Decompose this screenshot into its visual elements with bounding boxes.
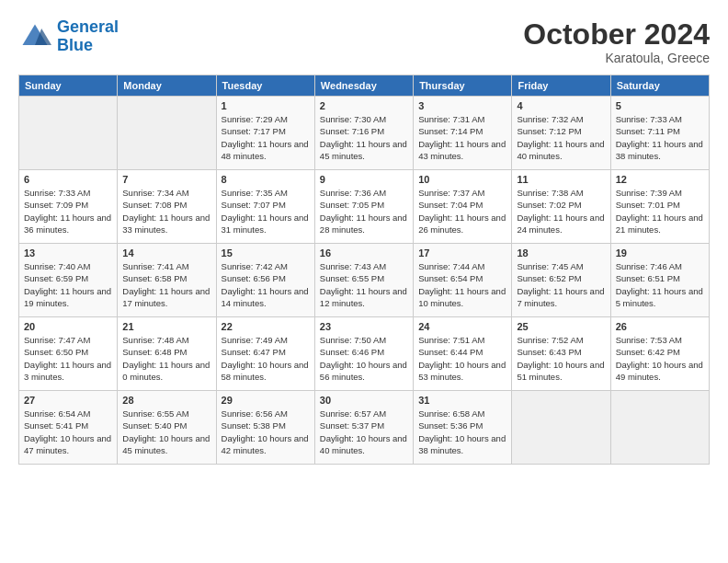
day-number: 5 xyxy=(616,100,704,111)
calendar-cell: 12Sunrise: 7:39 AMSunset: 7:01 PMDayligh… xyxy=(610,170,709,244)
day-number: 26 xyxy=(616,321,704,332)
day-info: Sunrise: 6:58 AMSunset: 5:36 PMDaylight:… xyxy=(418,408,506,456)
month-title: October 2024 xyxy=(523,18,710,51)
calendar-cell: 10Sunrise: 7:37 AMSunset: 7:04 PMDayligh… xyxy=(414,170,512,244)
calendar-cell: 8Sunrise: 7:35 AMSunset: 7:07 PMDaylight… xyxy=(216,170,314,244)
day-info: Sunrise: 6:54 AMSunset: 5:41 PMDaylight:… xyxy=(24,408,112,456)
day-number: 16 xyxy=(320,247,408,259)
day-info: Sunrise: 6:56 AMSunset: 5:38 PMDaylight:… xyxy=(222,408,310,456)
week-row-5: 27Sunrise: 6:54 AMSunset: 5:41 PMDayligh… xyxy=(19,391,710,465)
day-number: 12 xyxy=(616,174,704,185)
day-info: Sunrise: 7:32 AMSunset: 7:12 PMDaylight:… xyxy=(517,113,605,162)
calendar-cell: 16Sunrise: 7:43 AMSunset: 6:55 PMDayligh… xyxy=(314,244,413,317)
day-number: 4 xyxy=(517,100,605,111)
day-number: 15 xyxy=(222,247,310,259)
day-info: Sunrise: 7:30 AMSunset: 7:16 PMDaylight:… xyxy=(320,113,408,162)
day-info: Sunrise: 7:37 AMSunset: 7:04 PMDaylight:… xyxy=(418,187,506,236)
day-number: 25 xyxy=(517,321,605,332)
day-number: 20 xyxy=(24,321,112,332)
day-info: Sunrise: 7:43 AMSunset: 6:55 PMDaylight:… xyxy=(320,260,408,309)
day-number: 1 xyxy=(222,100,310,111)
calendar-cell: 24Sunrise: 7:51 AMSunset: 6:44 PMDayligh… xyxy=(414,317,512,391)
calendar-cell: 29Sunrise: 6:56 AMSunset: 5:38 PMDayligh… xyxy=(216,391,314,465)
calendar-cell: 1Sunrise: 7:29 AMSunset: 7:17 PMDaylight… xyxy=(216,97,314,170)
calendar-cell xyxy=(19,97,118,170)
calendar-cell: 5Sunrise: 7:33 AMSunset: 7:11 PMDaylight… xyxy=(610,97,709,170)
calendar-cell: 23Sunrise: 7:50 AMSunset: 6:46 PMDayligh… xyxy=(314,317,413,391)
calendar-cell: 26Sunrise: 7:53 AMSunset: 6:42 PMDayligh… xyxy=(610,317,709,391)
calendar-table: SundayMondayTuesdayWednesdayThursdayFrid… xyxy=(18,75,710,465)
logo-line2: Blue xyxy=(57,36,93,54)
logo-text: General Blue xyxy=(57,18,119,55)
day-info: Sunrise: 7:31 AMSunset: 7:14 PMDaylight:… xyxy=(418,113,506,162)
day-info: Sunrise: 7:38 AMSunset: 7:02 PMDaylight:… xyxy=(517,187,605,236)
day-info: Sunrise: 7:53 AMSunset: 6:42 PMDaylight:… xyxy=(616,334,704,383)
day-info: Sunrise: 7:48 AMSunset: 6:48 PMDaylight:… xyxy=(122,334,210,383)
weekday-header-saturday: Saturday xyxy=(610,75,709,97)
day-number: 3 xyxy=(418,100,506,111)
calendar-cell: 6Sunrise: 7:33 AMSunset: 7:09 PMDaylight… xyxy=(19,170,118,244)
calendar-cell: 13Sunrise: 7:40 AMSunset: 6:59 PMDayligh… xyxy=(19,244,118,317)
calendar-cell: 14Sunrise: 7:41 AMSunset: 6:58 PMDayligh… xyxy=(118,244,216,317)
page-header: General Blue October 2024 Karatoula, Gre… xyxy=(18,18,710,65)
day-info: Sunrise: 7:35 AMSunset: 7:07 PMDaylight:… xyxy=(222,187,310,236)
calendar-cell: 25Sunrise: 7:52 AMSunset: 6:43 PMDayligh… xyxy=(512,317,610,391)
calendar-cell: 21Sunrise: 7:48 AMSunset: 6:48 PMDayligh… xyxy=(118,317,216,391)
calendar-cell: 30Sunrise: 6:57 AMSunset: 5:37 PMDayligh… xyxy=(314,391,413,465)
calendar-cell xyxy=(610,391,709,465)
day-info: Sunrise: 6:57 AMSunset: 5:37 PMDaylight:… xyxy=(320,408,408,456)
day-number: 9 xyxy=(320,174,408,185)
calendar-cell xyxy=(118,97,216,170)
calendar-cell: 28Sunrise: 6:55 AMSunset: 5:40 PMDayligh… xyxy=(118,391,216,465)
day-info: Sunrise: 7:34 AMSunset: 7:08 PMDaylight:… xyxy=(122,187,210,236)
calendar-cell: 31Sunrise: 6:58 AMSunset: 5:36 PMDayligh… xyxy=(414,391,512,465)
calendar-cell xyxy=(512,391,610,465)
week-row-2: 6Sunrise: 7:33 AMSunset: 7:09 PMDaylight… xyxy=(19,170,710,244)
day-number: 14 xyxy=(122,247,210,259)
day-info: Sunrise: 7:36 AMSunset: 7:05 PMDaylight:… xyxy=(320,187,408,236)
day-info: Sunrise: 7:44 AMSunset: 6:54 PMDaylight:… xyxy=(418,260,506,309)
weekday-header-thursday: Thursday xyxy=(414,75,512,97)
calendar-cell: 22Sunrise: 7:49 AMSunset: 6:47 PMDayligh… xyxy=(216,317,314,391)
calendar-cell: 20Sunrise: 7:47 AMSunset: 6:50 PMDayligh… xyxy=(19,317,118,391)
day-info: Sunrise: 7:42 AMSunset: 6:56 PMDaylight:… xyxy=(222,260,310,309)
calendar-cell: 11Sunrise: 7:38 AMSunset: 7:02 PMDayligh… xyxy=(512,170,610,244)
day-number: 23 xyxy=(320,321,408,332)
day-number: 6 xyxy=(24,174,112,185)
day-info: Sunrise: 6:55 AMSunset: 5:40 PMDaylight:… xyxy=(122,408,210,456)
weekday-header-row: SundayMondayTuesdayWednesdayThursdayFrid… xyxy=(19,75,710,97)
logo-line1: General xyxy=(57,17,119,36)
day-info: Sunrise: 7:40 AMSunset: 6:59 PMDaylight:… xyxy=(24,260,112,309)
day-info: Sunrise: 7:49 AMSunset: 6:47 PMDaylight:… xyxy=(222,334,310,383)
logo-icon xyxy=(18,20,51,53)
calendar-cell: 7Sunrise: 7:34 AMSunset: 7:08 PMDaylight… xyxy=(118,170,216,244)
weekday-header-friday: Friday xyxy=(512,75,610,97)
day-info: Sunrise: 7:29 AMSunset: 7:17 PMDaylight:… xyxy=(222,113,310,162)
day-number: 18 xyxy=(517,247,605,259)
day-number: 24 xyxy=(418,321,506,332)
day-number: 21 xyxy=(122,321,210,332)
calendar-cell: 2Sunrise: 7:30 AMSunset: 7:16 PMDaylight… xyxy=(314,97,413,170)
calendar-cell: 3Sunrise: 7:31 AMSunset: 7:14 PMDaylight… xyxy=(414,97,512,170)
day-number: 31 xyxy=(418,395,506,406)
weekday-header-wednesday: Wednesday xyxy=(314,75,413,97)
week-row-4: 20Sunrise: 7:47 AMSunset: 6:50 PMDayligh… xyxy=(19,317,710,391)
day-info: Sunrise: 7:47 AMSunset: 6:50 PMDaylight:… xyxy=(24,334,112,383)
day-info: Sunrise: 7:41 AMSunset: 6:58 PMDaylight:… xyxy=(122,260,210,309)
day-info: Sunrise: 7:33 AMSunset: 7:11 PMDaylight:… xyxy=(616,113,704,162)
day-info: Sunrise: 7:51 AMSunset: 6:44 PMDaylight:… xyxy=(418,334,506,383)
weekday-header-tuesday: Tuesday xyxy=(216,75,314,97)
calendar-cell: 27Sunrise: 6:54 AMSunset: 5:41 PMDayligh… xyxy=(19,391,118,465)
week-row-3: 13Sunrise: 7:40 AMSunset: 6:59 PMDayligh… xyxy=(19,244,710,317)
day-info: Sunrise: 7:45 AMSunset: 6:52 PMDaylight:… xyxy=(517,260,605,309)
day-number: 7 xyxy=(122,174,210,185)
logo: General Blue xyxy=(18,18,119,55)
day-number: 29 xyxy=(222,395,310,406)
calendar-cell: 17Sunrise: 7:44 AMSunset: 6:54 PMDayligh… xyxy=(414,244,512,317)
day-info: Sunrise: 7:46 AMSunset: 6:51 PMDaylight:… xyxy=(616,260,704,309)
day-number: 11 xyxy=(517,174,605,185)
day-number: 19 xyxy=(616,247,704,259)
day-info: Sunrise: 7:52 AMSunset: 6:43 PMDaylight:… xyxy=(517,334,605,383)
day-number: 8 xyxy=(222,174,310,185)
day-number: 27 xyxy=(24,395,112,406)
